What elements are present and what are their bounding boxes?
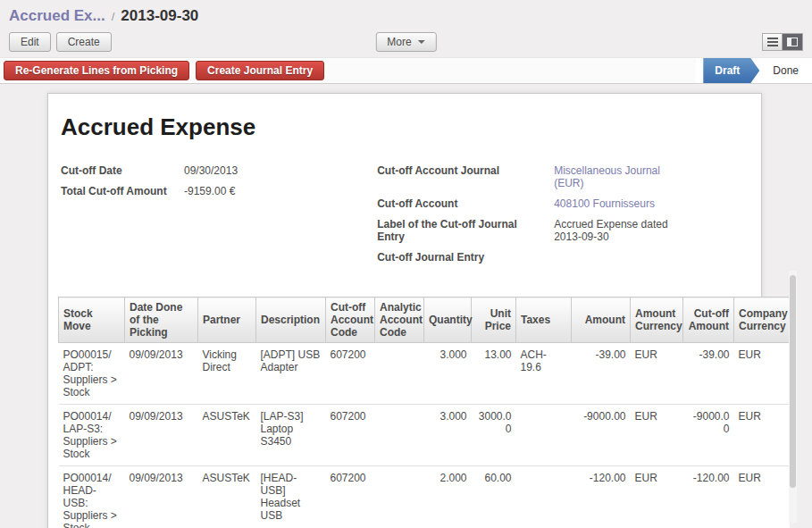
- cell-amount-currency: EUR: [631, 405, 683, 466]
- cutoff-account-link[interactable]: 408100 Fournisseurs: [554, 197, 655, 210]
- edit-button[interactable]: Edit: [9, 32, 51, 52]
- cell-amount: -120.00: [572, 466, 631, 528]
- scrollbar-thumb[interactable]: [790, 275, 796, 488]
- cell-partner: Vicking Direct: [198, 343, 256, 405]
- col-header-quantity[interactable]: Quantity: [424, 298, 472, 343]
- cell-date-done: 09/09/2013: [125, 466, 198, 528]
- cell-description: [HEAD-USB] Headset USB: [256, 466, 326, 528]
- cell-date-done: 09/09/2013: [125, 405, 198, 466]
- create-journal-entry-button[interactable]: Create Journal Entry: [196, 61, 324, 80]
- cell-cutoff-account-code: 607200: [326, 405, 375, 466]
- cell-unit-price: 3000.00: [472, 405, 516, 466]
- cell-cutoff-account-code: 607200: [326, 466, 375, 528]
- breadcrumb: Accrued Ex... / 2013-09-30: [0, 0, 812, 27]
- cell-amount-currency: EUR: [631, 466, 683, 528]
- col-header-company-currency[interactable]: Company Currency: [734, 298, 790, 343]
- table-header-row: Stock Move Date Done of the Picking Part…: [59, 298, 790, 343]
- table-row[interactable]: PO00014/ HEAD-USB: Suppliers > Stock 09/…: [59, 466, 790, 528]
- col-header-amount-currency[interactable]: Amount Currency: [631, 298, 683, 343]
- cell-amount: -39.00: [572, 343, 631, 405]
- regenerate-lines-button[interactable]: Re-Generate Lines from Picking: [4, 61, 189, 80]
- col-header-stock-move[interactable]: Stock Move: [59, 298, 125, 343]
- list-view-button[interactable]: [762, 33, 783, 51]
- col-header-description[interactable]: Description: [256, 298, 326, 343]
- col-header-partner[interactable]: Partner: [198, 298, 256, 343]
- col-header-amount[interactable]: Amount: [572, 298, 631, 343]
- cell-amount: -9000.00: [572, 405, 631, 466]
- statusbar: Draft Done: [696, 58, 812, 83]
- cell-stock-move: PO00014/ LAP-S3: Suppliers > Stock: [59, 405, 125, 466]
- field-label: Cut-off Account: [377, 197, 554, 210]
- more-dropdown-label: More: [387, 36, 411, 48]
- cell-analytic-account-code: [375, 343, 424, 405]
- cell-cutoff-amount: -120.00: [683, 466, 734, 528]
- cell-cutoff-amount: -39.00: [683, 343, 734, 405]
- cell-unit-price: 13.00: [472, 343, 516, 405]
- form-sheet: Accrued Expense Cut-off Date 09/30/2013 …: [47, 93, 762, 528]
- cell-cutoff-amount: -9000.00: [683, 405, 734, 466]
- status-done[interactable]: Done: [759, 58, 812, 83]
- field-label: Cut-off Journal Entry: [377, 251, 554, 264]
- cell-quantity: 2.000: [424, 466, 472, 528]
- col-header-date-done[interactable]: Date Done of the Picking: [125, 298, 198, 343]
- lines-table: Stock Move Date Done of the Picking Part…: [58, 297, 790, 528]
- cell-taxes: ACH-19.6: [516, 343, 572, 405]
- cell-description: [LAP-S3] Laptop S3450: [256, 405, 326, 466]
- field-groups: Cut-off Date 09/30/2013 Total Cut-off Am…: [61, 164, 749, 272]
- page-title: Accrued Expense: [61, 113, 749, 141]
- field-group-right: Cut-off Account Journal Miscellaneous Jo…: [377, 164, 749, 272]
- cell-taxes: [516, 405, 572, 466]
- view-switcher: [762, 33, 803, 51]
- cell-description: [ADPT] USB Adapter: [256, 343, 326, 405]
- lines-table-zone: Stock Move Date Done of the Picking Part…: [58, 297, 788, 528]
- cell-partner: ASUSTeK: [198, 405, 256, 466]
- form-view-button[interactable]: [783, 33, 803, 51]
- field-total-cutoff-amount: Total Cut-off Amount -9159.00 €: [61, 185, 377, 197]
- cell-date-done: 09/09/2013: [125, 343, 198, 405]
- col-header-cutoff-account-code[interactable]: Cut-off Account Code: [326, 298, 375, 343]
- create-button[interactable]: Create: [56, 32, 112, 52]
- cell-unit-price: 60.00: [472, 466, 516, 528]
- cell-stock-move: PO00014/ HEAD-USB: Suppliers > Stock: [59, 466, 125, 528]
- cell-stock-move: PO00015/ ADPT: Suppliers > Stock: [59, 343, 125, 405]
- cell-company-currency: EUR: [734, 466, 790, 528]
- cell-company-currency: EUR: [734, 405, 790, 466]
- field-cutoff-account: Cut-off Account 408100 Fournisseurs: [377, 197, 749, 210]
- more-dropdown-button[interactable]: More: [375, 32, 436, 52]
- toolbar: Edit Create More: [0, 27, 812, 57]
- status-draft[interactable]: Draft: [703, 58, 759, 83]
- col-header-analytic-account-code[interactable]: Analytic Account Code: [375, 298, 424, 343]
- cell-cutoff-account-code: 607200: [326, 343, 375, 405]
- field-label: Cut-off Date: [61, 164, 184, 177]
- cell-analytic-account-code: [375, 405, 424, 466]
- cell-quantity: 3.000: [424, 343, 472, 405]
- list-view-icon: [767, 38, 778, 46]
- col-header-taxes[interactable]: Taxes: [516, 298, 572, 343]
- breadcrumb-current: 2013-09-30: [121, 7, 198, 25]
- field-group-left: Cut-off Date 09/30/2013 Total Cut-off Am…: [61, 164, 377, 272]
- table-row[interactable]: PO00014/ LAP-S3: Suppliers > Stock 09/09…: [59, 405, 790, 466]
- field-label: Total Cut-off Amount: [61, 185, 184, 197]
- field-value: -9159.00 €: [184, 185, 235, 197]
- table-row[interactable]: PO00015/ ADPT: Suppliers > Stock 09/09/2…: [59, 343, 790, 405]
- field-value: 09/30/2013: [184, 164, 238, 177]
- cell-amount-currency: EUR: [631, 343, 683, 405]
- field-label: Cut-off Account Journal: [377, 164, 554, 189]
- breadcrumb-separator: /: [112, 10, 115, 23]
- cell-taxes: [516, 466, 572, 528]
- field-cutoff-account-journal: Cut-off Account Journal Miscellaneous Jo…: [377, 164, 749, 189]
- cell-analytic-account-code: [375, 466, 424, 528]
- form-view-icon: [787, 38, 798, 46]
- action-bar: Re-Generate Lines from Picking Create Jo…: [0, 57, 812, 84]
- field-value: Accrued Expense dated 2013-09-30: [554, 218, 683, 243]
- col-header-cutoff-amount[interactable]: Cut-off Amount: [683, 298, 734, 343]
- field-journal-entry-label: Label of the Cut-off Journal Entry Accru…: [377, 218, 749, 243]
- cell-company-currency: EUR: [734, 343, 790, 405]
- col-header-unit-price[interactable]: Unit Price: [472, 298, 516, 343]
- field-cutoff-journal-entry: Cut-off Journal Entry: [377, 251, 749, 264]
- cell-quantity: 3.000: [424, 405, 472, 466]
- cutoff-account-journal-link[interactable]: Miscellaneous Journal (EUR): [554, 164, 683, 189]
- breadcrumb-parent-link[interactable]: Accrued Ex...: [9, 7, 105, 25]
- field-label: Label of the Cut-off Journal Entry: [377, 218, 554, 243]
- field-cutoff-date: Cut-off Date 09/30/2013: [61, 164, 377, 177]
